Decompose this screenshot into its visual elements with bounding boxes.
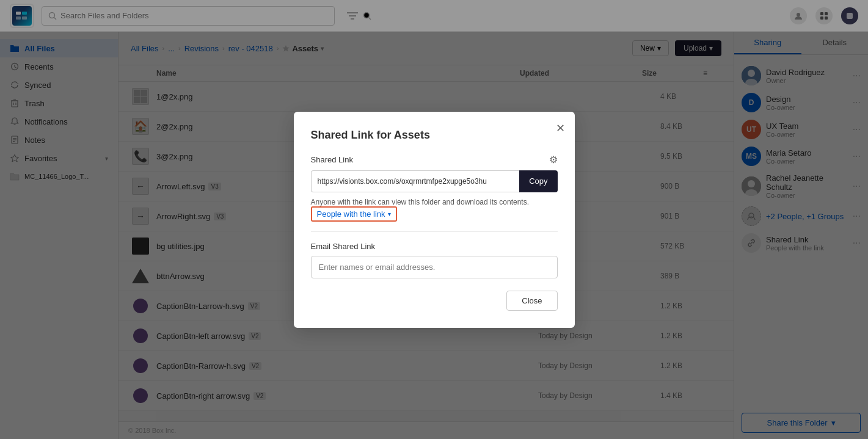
link-row: Copy [311, 170, 558, 192]
modal-overlay: ✕ Shared Link for Assets Shared Link ⚙ C… [0, 0, 868, 439]
modal-footer: Close [311, 291, 558, 311]
link-input[interactable] [311, 170, 520, 192]
access-dropdown[interactable]: People with the link ▾ [311, 206, 397, 222]
email-label: Email Shared Link [311, 242, 558, 251]
modal-close-button[interactable]: ✕ [556, 122, 565, 135]
modal-divider [311, 231, 558, 232]
copy-button[interactable]: Copy [519, 170, 557, 192]
shared-link-label: Shared Link ⚙ [311, 154, 558, 165]
close-button[interactable]: Close [506, 291, 557, 311]
shared-link-modal: ✕ Shared Link for Assets Shared Link ⚙ C… [294, 112, 575, 328]
access-info: Anyone with the link can view this folde… [311, 197, 558, 222]
gear-icon[interactable]: ⚙ [549, 154, 558, 165]
modal-title: Shared Link for Assets [311, 129, 558, 142]
email-input[interactable] [311, 256, 558, 278]
